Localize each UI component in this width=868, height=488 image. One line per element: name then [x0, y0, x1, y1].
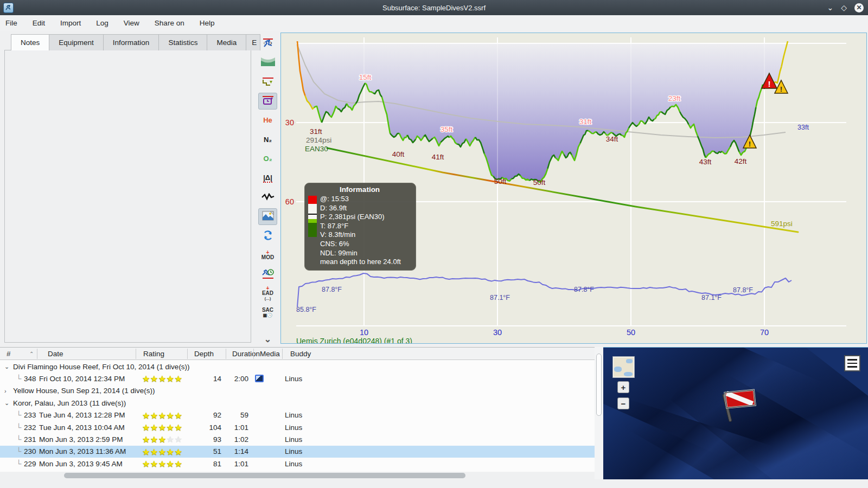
dive-duration: 1:14	[216, 447, 248, 455]
dive-buddy: Linus	[285, 435, 302, 444]
dive-buddy: Linus	[285, 411, 302, 419]
trip-row[interactable]: ›Yellow House, Sun Sep 21, 2014 (1 dive(…	[0, 385, 595, 397]
map-menu-button[interactable]	[844, 355, 860, 371]
column-header-rating[interactable]: Rating	[139, 348, 169, 360]
column-header-date[interactable]: Date	[43, 348, 68, 360]
pressure-start-label: 2914psi	[306, 136, 331, 144]
tab-media[interactable]: Media	[207, 34, 246, 50]
oxygen-button[interactable]: O₂	[258, 150, 277, 167]
table-row[interactable]: └230Mon Jun 3, 2013 11:36 AM★★★★★511:14L…	[0, 446, 595, 458]
nitrogen-button[interactable]: N₂	[258, 131, 277, 148]
tab-e[interactable]: E	[246, 34, 260, 50]
column-divider[interactable]	[253, 349, 254, 359]
sac-rate-button[interactable]: SAC▦🕓	[258, 304, 277, 321]
column-header-media[interactable]: Media	[256, 348, 284, 360]
collapse-icon[interactable]: ⌄	[4, 363, 13, 370]
heart-rate-button[interactable]	[258, 189, 277, 206]
ceiling-steps-button[interactable]	[258, 73, 277, 90]
column-divider[interactable]	[37, 349, 37, 359]
depth-annotation: 35ft	[441, 125, 453, 133]
close-icon[interactable]: ✕	[854, 3, 864, 12]
depth-annotation: 34ft	[606, 135, 618, 143]
dive-buddy: Linus	[285, 423, 302, 432]
depth-annotation: 23ft	[668, 94, 681, 102]
table-row[interactable]: └348Fri Oct 10, 2014 12:34 PM★★★★★142:00…	[0, 373, 595, 384]
tab-notes[interactable]: Notes	[11, 34, 49, 50]
star-icon: ★	[167, 459, 175, 468]
menu-item-edit[interactable]: Edit	[33, 19, 45, 27]
scrollbar-thumb[interactable]	[596, 354, 602, 416]
menu-item-import[interactable]: Import	[60, 19, 81, 27]
table-row[interactable]: └232Tue Jun 4, 2013 10:04 AM★★★★★1041:01…	[0, 421, 595, 433]
menu-item-help[interactable]: Help	[200, 19, 215, 27]
column-header-buddy[interactable]: Buddy	[286, 348, 315, 360]
tree-branch: └	[16, 411, 22, 419]
dive-rating: ★★★★★	[142, 447, 182, 457]
depth-annotation: 43ft	[699, 158, 712, 166]
table-row[interactable]: └233Tue Jun 4, 2013 12:28 PM★★★★★9259Lin…	[0, 409, 595, 421]
dive-date: Tue Jun 4, 2013 12:28 PM	[39, 411, 125, 419]
menu-item-share-on[interactable]: Share on	[155, 19, 184, 27]
minimize-icon[interactable]: ⌄	[827, 4, 833, 11]
dc-ceiling-button[interactable]	[258, 93, 277, 110]
expand-icon[interactable]: ›	[4, 388, 13, 394]
map-zoom-out-button[interactable]: −	[617, 397, 629, 409]
table-row[interactable]: └229Mon Jun 3, 2013 9:45 AM★★★★★811:01Li…	[0, 458, 595, 470]
tab-information[interactable]: Information	[103, 34, 159, 50]
window-title: Subsurface: SampleDivesV2.ssrf	[0, 4, 868, 12]
map-overview-inset[interactable]	[612, 356, 635, 378]
shaded-area-button[interactable]	[258, 54, 277, 71]
temperature-label: 85.8°F	[296, 306, 316, 313]
trip-row[interactable]: ⌄Divi Flamingo House Reef, Fri Oct 10, 2…	[0, 361, 595, 373]
menu-item-log[interactable]: Log	[96, 19, 108, 27]
column-divider[interactable]	[187, 349, 188, 359]
tab-equipment[interactable]: Equipment	[49, 34, 104, 50]
star-icon: ★	[142, 459, 150, 468]
mod-button[interactable]: +MOD	[258, 247, 277, 264]
scroll-down-button[interactable]: ⌄	[258, 331, 277, 348]
pressure-end-label: 591psi	[771, 220, 793, 228]
column-divider[interactable]	[282, 349, 283, 359]
dive-profile-chart[interactable]: 306010305070Uemis Zurich (e04d0248) (#1 …	[280, 33, 867, 344]
star-icon: ★	[150, 447, 158, 457]
column-header-num[interactable]: #	[2, 348, 15, 360]
tab-statistics[interactable]: Statistics	[158, 34, 207, 50]
trip-row[interactable]: ⌄Koror, Palau, Jun 2013 (11 dive(s))	[0, 397, 595, 409]
dive-flag-marker[interactable]	[713, 381, 763, 423]
tree-branch: └	[16, 447, 22, 455]
sort-ascending-icon[interactable]: ⌃	[25, 348, 38, 360]
tissue-delta-button[interactable]: |Δ|	[258, 170, 277, 187]
mean-depth-label: 33ft	[797, 124, 809, 131]
dive-number: 233	[24, 411, 36, 419]
tab-scroll-left-icon[interactable]: ‹	[263, 38, 265, 47]
x-axis-tick: 50	[627, 328, 635, 337]
vertical-scrollbar[interactable]	[595, 347, 603, 479]
collapse-icon[interactable]: ⌄	[4, 400, 13, 407]
dive-number: 232	[24, 423, 36, 432]
dive-date: Mon Jun 3, 2013 9:45 AM	[39, 460, 123, 468]
diver-time-button[interactable]	[258, 266, 277, 282]
tooltip-lines: @: 15:53 D: 36.9ft P: 2,381psi (EAN30) T…	[320, 195, 401, 267]
tab-scroll-right-icon[interactable]: ›	[270, 38, 272, 47]
star-icon: ★	[158, 459, 167, 468]
media-icon[interactable]	[255, 375, 264, 382]
map-zoom-in-button[interactable]: +	[617, 381, 629, 393]
ead-button[interactable]: +EAD(…)	[258, 285, 277, 302]
star-icon: ★	[158, 374, 167, 383]
horizontal-scrollbar[interactable]	[0, 472, 595, 479]
dive-site-map[interactable]: + −	[603, 347, 868, 479]
photos-button[interactable]	[258, 208, 277, 225]
helium-button[interactable]: He	[258, 112, 277, 129]
column-divider[interactable]	[226, 349, 226, 359]
buddy-swap-button[interactable]	[258, 227, 277, 244]
dive-rating: ★★★★★	[142, 422, 182, 433]
maximize-icon[interactable]: ◇	[841, 4, 847, 11]
column-divider[interactable]	[136, 349, 136, 359]
column-header-depth[interactable]: Depth	[190, 348, 218, 360]
menu-item-file[interactable]: File	[5, 19, 17, 27]
star-icon: ★	[167, 447, 175, 457]
table-row[interactable]: └231Mon Jun 3, 2013 2:59 PM★★★★★931:02Li…	[0, 433, 595, 445]
dive-duration: 2:00	[216, 375, 248, 383]
scrollbar-thumb[interactable]	[64, 473, 465, 478]
menu-item-view[interactable]: View	[124, 19, 139, 27]
